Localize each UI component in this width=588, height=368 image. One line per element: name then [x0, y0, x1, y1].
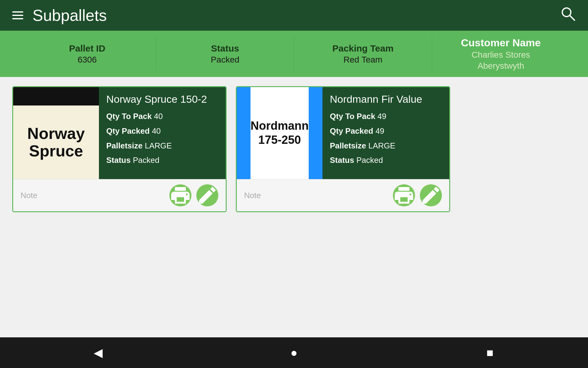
qty-to-pack-value-2: 49: [378, 112, 386, 121]
product-image-nordmann: Nordmann 175-250: [237, 87, 322, 179]
qty-packed-value-2: 49: [375, 126, 384, 136]
nordmann-stripe-right: [309, 87, 322, 179]
status-value: Packed: [211, 55, 239, 65]
status-label: Status: [211, 43, 239, 54]
palletsize-value-1: LARGE: [145, 141, 172, 150]
search-button[interactable]: [560, 6, 576, 25]
product-image-text: NorwaySpruce: [24, 122, 88, 163]
svg-line-1: [570, 15, 575, 20]
card-status-value-2: Packed: [356, 155, 383, 165]
nordmann-center: Nordmann 175-250: [251, 87, 309, 179]
recents-button[interactable]: ■: [481, 343, 499, 362]
packing-team-value: Red Team: [344, 55, 383, 65]
palletsize-value-2: LARGE: [368, 141, 395, 150]
packing-team-cell: Packing Team Red Team: [294, 37, 432, 71]
pallet-id-label: Pallet ID: [69, 43, 105, 54]
pallet-id-value: 6306: [77, 55, 96, 65]
status-row-1: Status Packed: [106, 155, 218, 166]
edit-icon-2: [420, 184, 442, 206]
qty-packed-row-1: Qty Packed 40: [106, 126, 218, 136]
pallet-id-cell: Pallet ID 6306: [18, 37, 156, 71]
info-header-bar: Pallet ID 6306 Status Packed Packing Tea…: [0, 31, 588, 77]
customer-name-label: Customer Name: [461, 37, 541, 49]
packing-team-label: Packing Team: [332, 43, 394, 54]
palletsize-row-1: Palletsize LARGE: [106, 141, 218, 151]
back-button[interactable]: ◀: [89, 343, 107, 362]
note-label-2: Note: [244, 191, 261, 200]
qty-packed-label-2: Qty Packed: [330, 126, 373, 136]
top-navigation-bar: Subpallets: [0, 0, 588, 31]
status-row-2: Status Packed: [330, 155, 442, 166]
home-button[interactable]: ●: [285, 343, 303, 362]
product-image-norway: NorwaySpruce: [13, 87, 99, 179]
qty-packed-label-1: Qty Packed: [106, 126, 150, 136]
qty-to-pack-row-1: Qty To Pack 40: [106, 111, 218, 122]
status-cell: Status Packed: [156, 37, 294, 71]
customer-name-line2: Aberystwyth: [477, 61, 524, 71]
print-button-2[interactable]: [393, 184, 415, 206]
footer-actions-1: [169, 184, 218, 206]
product-name-2: Nordmann Fir Value: [330, 93, 442, 105]
print-icon-2: [393, 184, 415, 206]
subpallet-card-1: NorwaySpruce Norway Spruce 150-2 Qty To …: [12, 86, 227, 212]
card-footer-2: Note: [237, 179, 449, 211]
bottom-navigation-bar: ◀ ● ■: [0, 337, 588, 368]
card-status-value-1: Packed: [133, 155, 160, 165]
nordmann-stripe-left: [237, 87, 251, 179]
page-title: Subpallets: [32, 6, 107, 25]
subpallet-card-2: Nordmann 175-250 Nordmann Fir Value Qty …: [236, 86, 450, 212]
edit-button-2[interactable]: [420, 184, 442, 206]
edit-button-1[interactable]: [196, 184, 218, 206]
qty-to-pack-row-2: Qty To Pack 49: [330, 111, 442, 122]
edit-icon: [196, 184, 218, 206]
card-status-label-2: Status: [330, 155, 354, 165]
card-info-1: Norway Spruce 150-2 Qty To Pack 40 Qty P…: [99, 87, 226, 179]
menu-button[interactable]: [12, 11, 23, 19]
print-button-1[interactable]: [169, 184, 191, 206]
customer-name-cell: Customer Name Charlies Stores Aberystwyt…: [432, 37, 570, 71]
nordmann-image-text: Nordmann 175-250: [251, 119, 309, 147]
qty-packed-value-1: 40: [152, 126, 161, 136]
card-info-2: Nordmann Fir Value Qty To Pack 49 Qty Pa…: [322, 87, 449, 179]
qty-packed-row-2: Qty Packed 49: [330, 126, 442, 136]
qty-to-pack-label-2: Qty To Pack: [330, 112, 375, 121]
palletsize-label-2: Palletsize: [330, 141, 366, 150]
product-name-1: Norway Spruce 150-2: [106, 93, 218, 105]
palletsize-label-1: Palletsize: [106, 141, 143, 150]
print-icon: [169, 184, 191, 206]
card-status-label-1: Status: [106, 155, 130, 165]
note-label-1: Note: [21, 191, 37, 200]
customer-name-line1: Charlies Stores: [472, 50, 530, 60]
qty-to-pack-label-1: Qty To Pack: [106, 112, 152, 121]
palletsize-row-2: Palletsize LARGE: [330, 141, 442, 151]
qty-to-pack-value-1: 40: [154, 112, 163, 121]
footer-actions-2: [393, 184, 442, 206]
main-content: NorwaySpruce Norway Spruce 150-2 Qty To …: [0, 77, 588, 337]
card-footer-1: Note: [13, 179, 226, 211]
